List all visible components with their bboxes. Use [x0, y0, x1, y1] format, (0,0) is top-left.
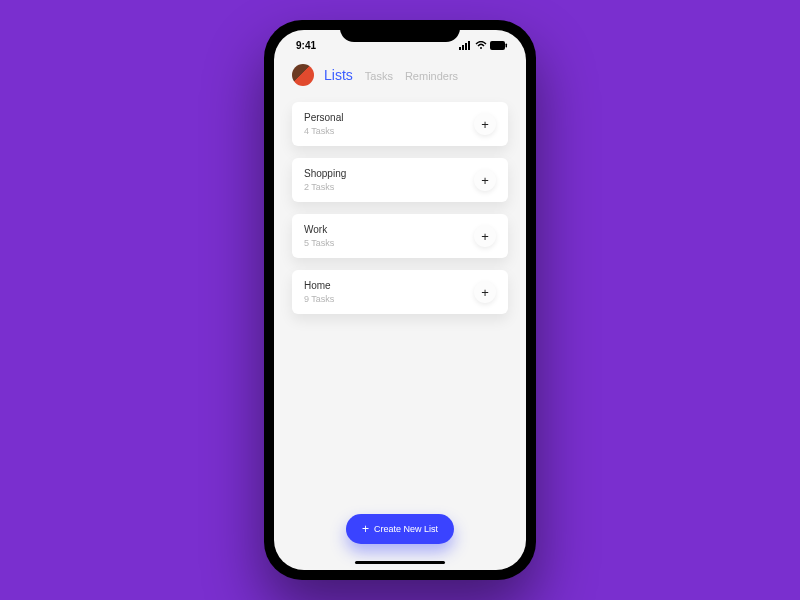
- list-subtitle: 5 Tasks: [304, 238, 334, 248]
- list-subtitle: 9 Tasks: [304, 294, 334, 304]
- battery-icon: [490, 41, 508, 50]
- list-card-shopping[interactable]: Shopping 2 Tasks +: [292, 158, 508, 202]
- tab-tasks[interactable]: Tasks: [365, 70, 393, 82]
- plus-icon: +: [481, 173, 489, 188]
- list-title: Shopping: [304, 168, 346, 179]
- tab-lists[interactable]: Lists: [324, 67, 353, 83]
- tabs: Lists Tasks Reminders: [324, 67, 458, 83]
- tab-reminders[interactable]: Reminders: [405, 70, 458, 82]
- signal-icon: [459, 41, 472, 50]
- add-task-button[interactable]: +: [474, 281, 496, 303]
- list-subtitle: 2 Tasks: [304, 182, 346, 192]
- list-title: Work: [304, 224, 334, 235]
- add-task-button[interactable]: +: [474, 225, 496, 247]
- svg-rect-0: [459, 47, 461, 50]
- header: Lists Tasks Reminders: [274, 60, 526, 96]
- list-container: Personal 4 Tasks + Shopping 2 Tasks + Wo…: [274, 96, 526, 570]
- list-card-personal[interactable]: Personal 4 Tasks +: [292, 102, 508, 146]
- svg-rect-5: [490, 41, 505, 50]
- create-new-list-button[interactable]: + Create New List: [346, 514, 454, 544]
- svg-rect-1: [462, 45, 464, 50]
- list-title: Personal: [304, 112, 343, 123]
- create-button-label: Create New List: [374, 524, 438, 534]
- svg-rect-3: [468, 41, 470, 50]
- plus-icon: +: [362, 523, 369, 535]
- svg-rect-2: [465, 43, 467, 50]
- screen: 9:41 Lists Tasks Reminders Personal 4 Ta…: [274, 30, 526, 570]
- add-task-button[interactable]: +: [474, 113, 496, 135]
- list-card-home[interactable]: Home 9 Tasks +: [292, 270, 508, 314]
- list-subtitle: 4 Tasks: [304, 126, 343, 136]
- add-task-button[interactable]: +: [474, 169, 496, 191]
- home-indicator[interactable]: [355, 561, 445, 564]
- plus-icon: +: [481, 285, 489, 300]
- phone-frame: 9:41 Lists Tasks Reminders Personal 4 Ta…: [264, 20, 536, 580]
- svg-point-4: [480, 47, 482, 49]
- list-card-work[interactable]: Work 5 Tasks +: [292, 214, 508, 258]
- svg-rect-6: [506, 43, 508, 47]
- plus-icon: +: [481, 229, 489, 244]
- status-time: 9:41: [296, 40, 316, 51]
- status-icons: [459, 41, 508, 50]
- notch: [340, 20, 460, 42]
- list-title: Home: [304, 280, 334, 291]
- avatar[interactable]: [292, 64, 314, 86]
- plus-icon: +: [481, 117, 489, 132]
- wifi-icon: [475, 41, 487, 50]
